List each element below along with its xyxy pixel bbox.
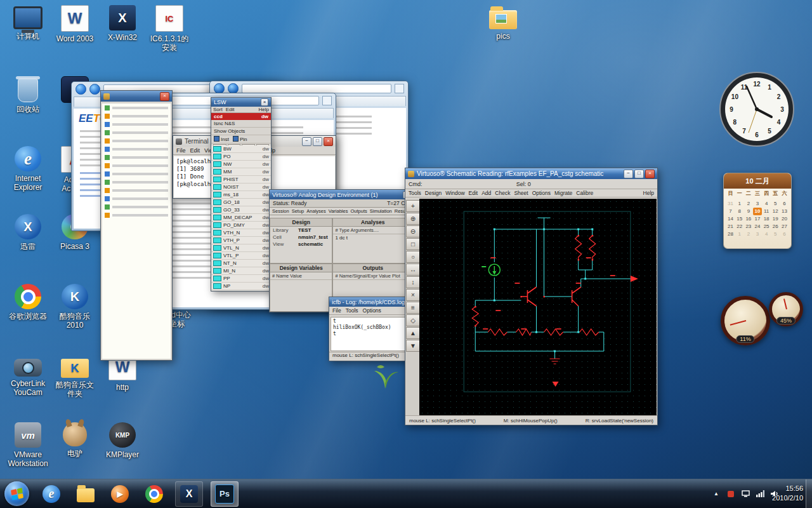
search-box[interactable] [395,84,404,93]
menu-item[interactable]: File [332,307,341,314]
desktop-icon-computer[interactable]: 计算机 [5,5,51,41]
lsw-layer-row[interactable]: NT_N dw [211,260,271,267]
lsw-layer-row[interactable]: PP dw [211,275,271,283]
menu-item[interactable]: Help [259,107,269,112]
lsw-layer-row[interactable]: NP dw [211,283,271,290]
window-titlebar[interactable]: Virtuoso® Analog Design Environment (1) … [270,190,422,199]
close-button[interactable]: × [645,170,655,178]
close-button[interactable]: × [160,92,169,101]
show-desktop-button[interactable] [806,479,812,508]
menu-item[interactable]: Tools [346,307,358,314]
desktop-icon-kugou[interactable]: K 酷狗音乐 2010 [52,284,98,330]
menu-item[interactable]: Migrate [554,190,572,196]
schematic-tool-button[interactable]: × [406,289,420,301]
sidebar-list-window[interactable]: × [100,90,173,361]
lsw-toggle[interactable]: Pin [233,136,247,142]
list-item[interactable] [102,186,171,194]
list-item[interactable] [102,128,171,137]
list-item[interactable] [102,145,171,153]
design-field[interactable]: Cell nmsin7_test [270,234,332,241]
menu-item[interactable]: Sort [213,107,223,112]
lsw-layer-row[interactable]: GO_33 dw [211,206,271,214]
menu-item[interactable]: Outputs [350,208,367,214]
ade-window[interactable]: Virtuoso® Analog Design Environment (1) … [269,189,422,312]
taskbar-app-button[interactable]: X [175,481,203,507]
calendar-day[interactable]: 16 [744,215,752,223]
list-item[interactable] [102,120,171,128]
desktop-icon-youcam[interactable]: CyberLink YouCam [5,354,51,397]
lsw-layer-row[interactable]: BW dw [211,145,271,153]
calendar-day[interactable]: 3 [753,200,761,208]
desktop-icon-vmware[interactable]: vm VMware Workstation [5,422,51,468]
taskbar-app-button[interactable]: e [38,482,65,506]
list-item[interactable] [102,161,171,170]
menu-item[interactable]: Design [425,190,442,196]
design-field[interactable]: View schematic [270,241,332,248]
calendar-day[interactable]: 17 [753,215,761,223]
menu-item[interactable]: Analyses [306,208,325,214]
lsw-toggle[interactable]: Inst [214,136,229,142]
desktop-icon-internet-explorer[interactable]: e Internet Explorer [5,146,51,192]
calendar-day[interactable]: 20 [780,215,789,223]
desktop-icon-pics[interactable]: pics [480,5,526,41]
calendar-day[interactable]: 3 [753,231,761,238]
close-button[interactable]: × [324,137,333,146]
schematic-tool-button[interactable]: ↔ [406,264,420,276]
desktop-icon-recycle-bin[interactable]: 回收站 [5,76,51,114]
calendar-day[interactable]: 10 [753,208,761,215]
menu-item[interactable]: Check [495,190,510,196]
menu-item[interactable]: Edit [190,147,200,154]
lsw-layer-row[interactable]: PHIST dw [211,176,271,184]
menu-item[interactable]: Edit [469,190,478,196]
desktop-icon-word[interactable]: W Word 2003 [52,5,98,43]
calendar-day[interactable]: 8 [735,208,743,215]
start-button[interactable] [4,481,29,506]
taskbar-app-button[interactable]: ▶ [107,482,133,506]
home-button[interactable] [322,96,332,105]
schematic-tool-button[interactable]: ≡ [406,302,420,314]
calendar-day[interactable]: 5 [771,200,780,208]
calendar-day[interactable]: 1 [735,200,743,208]
calendar-day[interactable]: 7 [726,208,735,215]
taskbar-app-button[interactable] [141,482,167,506]
calendar-day[interactable]: 27 [780,223,789,231]
tray-expand-icon[interactable]: ▲ [712,490,721,498]
desktop-icon-emule[interactable]: 电驴 [52,422,98,458]
menu-item[interactable]: Session [272,208,289,214]
menu-item[interactable]: Add [481,190,491,196]
lsw-layer-row[interactable]: MM dw [211,168,271,176]
calendar-day[interactable]: 6 [780,231,789,238]
menu-item[interactable]: Window [445,190,464,196]
calendar-day[interactable]: 6 [780,200,789,208]
calendar-day[interactable]: 23 [744,223,752,231]
back-button[interactable] [75,84,86,95]
calendar-day[interactable]: 2 [744,231,752,238]
calendar-day[interactable]: 1 [735,231,743,238]
schematic-tool-button[interactable]: □ [406,238,420,250]
calendar-day[interactable]: 13 [780,208,789,215]
minimize-button[interactable]: − [624,170,633,178]
lsw-layer-list[interactable]: BW dw PO dw NW dw MM dw PHIST [211,145,271,291]
clock-gadget[interactable]: 1212 345 678 91011 [717,70,796,149]
lsw-layer-row[interactable]: VTL_N dw [211,244,271,252]
minimize-button[interactable]: − [302,137,311,146]
tray-clock[interactable]: 15:56 2010/2/10 [772,484,803,503]
list-item[interactable] [102,194,171,203]
calendar-day[interactable]: 4 [763,200,771,208]
desktop-icon-chrome[interactable]: 谷歌浏览器 [5,284,51,321]
calendar-day[interactable]: 9 [744,208,752,215]
menu-item[interactable]: Tools [409,190,421,196]
analysis-row[interactable]: 1 dc t [333,234,412,241]
lsw-layer-row[interactable]: MI_N dw [211,267,271,275]
calendar-day[interactable]: 28 [726,231,735,238]
lsw-layer-row[interactable]: MM_DECAP dw [211,214,271,222]
schematic-tool-button[interactable]: ↕ [406,276,420,288]
lsw-layer-row[interactable]: NOIST dw [211,184,271,191]
lsw-layer-row[interactable]: GO_18 dw [211,199,271,206]
schematic-tool-button[interactable]: ▲ [406,327,420,339]
list-item[interactable] [102,178,171,186]
calendar-day[interactable]: 24 [753,223,761,231]
window-titlebar[interactable]: × [101,91,172,102]
menu-item[interactable]: Sheet [514,190,528,196]
lsw-layer-row[interactable]: VTH_N dw [211,229,271,237]
